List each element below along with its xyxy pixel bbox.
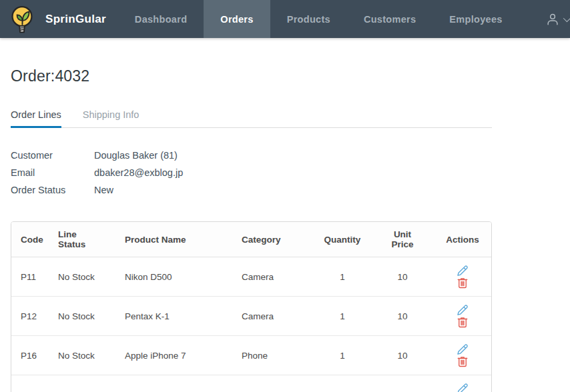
- edit-button[interactable]: [451, 304, 475, 316]
- nav-items: Dashboard Orders Products Customers Empl…: [118, 0, 519, 38]
- cell-product-name: Samasung Note: [115, 375, 232, 392]
- cell-unit-price: 10: [372, 375, 433, 392]
- cell-category: Camera: [232, 297, 312, 336]
- chevron-down-icon: [563, 14, 570, 21]
- cell-code: P16: [11, 336, 49, 375]
- cell-line-status: No Stock: [49, 336, 115, 375]
- nav-item-dashboard[interactable]: Dashboard: [118, 0, 204, 38]
- logo-lightbulb-leaf-icon: [8, 5, 36, 34]
- detail-row-customer: Customer Douglas Baker (81): [11, 147, 492, 164]
- order-status-value: New: [94, 181, 113, 199]
- nav-item-orders[interactable]: Orders: [204, 0, 270, 38]
- main-content: Order:4032 Order Lines Shipping Info Cus…: [11, 67, 492, 392]
- cell-quantity: 1: [312, 257, 372, 297]
- header-unit-price: Unit Price: [372, 222, 433, 257]
- tabs: Order Lines Shipping Info: [11, 109, 492, 128]
- header-line-status: Line Status: [49, 222, 115, 257]
- cell-code: P12: [11, 297, 49, 336]
- cell-product-name: Apple iPhone 7: [115, 336, 232, 375]
- email-value: dbaker28@exblog.jp: [94, 164, 183, 181]
- edit-pencil-icon: [457, 265, 469, 277]
- email-label: Email: [11, 164, 94, 181]
- cell-unit-price: 10: [372, 297, 433, 336]
- table-header-row: Code Line Status Product Name Category Q…: [11, 222, 492, 257]
- detail-row-order-status: Order Status New: [11, 181, 492, 199]
- cell-category: Camera: [232, 257, 312, 297]
- cell-category: Tablet: [232, 375, 312, 392]
- delete-trash-icon: [457, 316, 469, 328]
- edit-button[interactable]: [451, 343, 475, 355]
- header-category: Category: [232, 222, 312, 257]
- user-icon: [545, 12, 560, 27]
- cell-unit-price: 10: [372, 257, 433, 297]
- cell-code: P19: [11, 375, 49, 392]
- user-menu[interactable]: [520, 12, 570, 27]
- header-product-name: Product Name: [115, 222, 232, 257]
- nav-item-products[interactable]: Products: [270, 0, 347, 38]
- edit-button[interactable]: [451, 265, 475, 277]
- navbar: SprinGular Dashboard Orders Products Cus…: [0, 0, 570, 38]
- cell-category: Phone: [232, 336, 312, 375]
- edit-pencil-icon: [457, 383, 469, 392]
- delete-button[interactable]: [451, 277, 475, 289]
- cell-quantity: 1: [312, 297, 372, 336]
- tab-order-lines[interactable]: Order Lines: [11, 109, 61, 128]
- order-status-label: Order Status: [11, 181, 94, 199]
- order-details: Customer Douglas Baker (81) Email dbaker…: [11, 147, 492, 199]
- edit-pencil-icon: [457, 304, 469, 316]
- detail-row-email: Email dbaker28@exblog.jp: [11, 164, 492, 181]
- brand-name: SprinGular: [45, 13, 106, 26]
- table-row: P16 No Stock Apple iPhone 7 Phone 1 10: [11, 336, 492, 375]
- cell-line-status: No Stock: [49, 375, 115, 392]
- cell-line-status: No Stock: [49, 297, 115, 336]
- nav-item-customers[interactable]: Customers: [347, 0, 433, 38]
- customer-label: Customer: [11, 147, 94, 164]
- customer-value: Douglas Baker (81): [94, 147, 178, 164]
- cell-quantity: 1: [312, 375, 372, 392]
- order-lines-table: Code Line Status Product Name Category Q…: [11, 222, 492, 392]
- order-lines-table-wrap: Code Line Status Product Name Category Q…: [11, 221, 492, 392]
- table-row: P12 No Stock Pentax K-1 Camera 1 10: [11, 297, 492, 336]
- delete-button[interactable]: [451, 355, 475, 367]
- brand[interactable]: SprinGular: [0, 0, 118, 38]
- table-row: P19 No Stock Samasung Note Tablet 1 10: [11, 375, 492, 392]
- delete-trash-icon: [457, 277, 469, 289]
- cell-quantity: 1: [312, 336, 372, 375]
- delete-button[interactable]: [451, 316, 475, 328]
- page-title: Order:4032: [11, 67, 492, 85]
- edit-pencil-icon: [457, 343, 469, 355]
- edit-button[interactable]: [451, 383, 475, 392]
- cell-line-status: No Stock: [49, 257, 115, 297]
- nav-right: [519, 0, 570, 38]
- delete-trash-icon: [457, 355, 469, 367]
- cell-unit-price: 10: [372, 336, 433, 375]
- cell-product-name: Nikon D500: [115, 257, 232, 297]
- tab-shipping-info[interactable]: Shipping Info: [83, 109, 139, 128]
- cell-product-name: Pentax K-1: [115, 297, 232, 336]
- header-code: Code: [11, 222, 49, 257]
- header-actions: Actions: [433, 222, 492, 257]
- header-quantity: Quantity: [312, 222, 372, 257]
- cell-code: P11: [11, 257, 49, 297]
- nav-item-employees[interactable]: Employees: [433, 0, 519, 38]
- table-row: P11 No Stock Nikon D500 Camera 1 10: [11, 257, 492, 297]
